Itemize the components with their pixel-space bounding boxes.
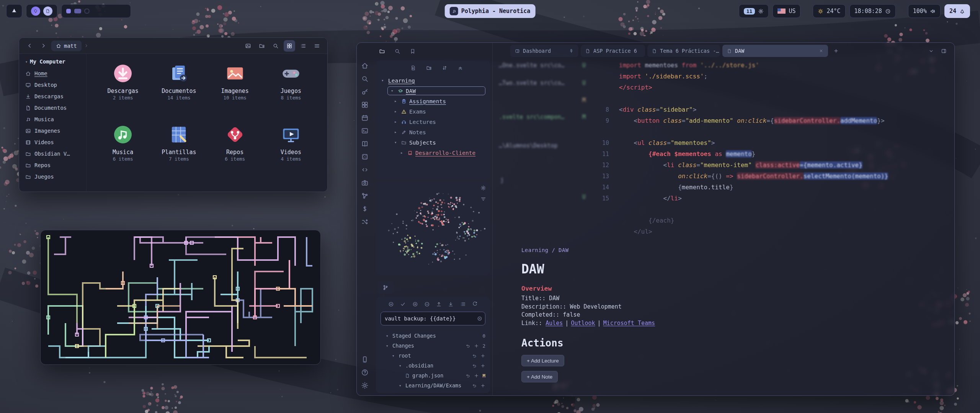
help-icon[interactable] [361,369,369,376]
tree-item-lectures[interactable]: ▸ Lectures [376,117,490,127]
folder-videos[interactable]: Videos 4 items [263,121,319,182]
camera-icon[interactable] [361,179,369,187]
editor-content[interactable]: …One.svelte src\co… U …Two.svelte src\co… [493,59,954,395]
sidebar-item-imagenes[interactable]: Imagenes [25,125,83,137]
close-icon[interactable] [819,49,823,53]
collapse-all-icon[interactable] [457,65,463,71]
git-row-staged-changes[interactable]: ▾ Staged Changes 0 [381,331,485,341]
link-aules[interactable]: Aules [546,320,563,327]
dollar-icon[interactable] [361,205,369,213]
grid-view-button[interactable] [284,40,295,52]
volume-module[interactable]: 100% [908,4,941,18]
launcher-button[interactable] [6,4,22,18]
notifications-module[interactable]: 24 [944,4,970,18]
tab-daw[interactable]: DAW [722,45,828,57]
sidebar-item-musica[interactable]: Musica [25,114,83,125]
git-row-changes[interactable]: ▾ Changes 2 [381,341,485,351]
git-panel-tab[interactable] [377,281,394,294]
stage-icon[interactable] [480,353,485,358]
tab-tema-6-practicas[interactable]: Tema 6 Prácticas -… [647,45,720,57]
note-breadcrumb[interactable]: Learning / DAW [521,247,897,253]
stage-all-icon[interactable] [412,301,418,307]
workspace-occupied[interactable] [74,9,81,13]
sidebar-section-title[interactable]: ▾My Computer [25,59,83,65]
new-folder-button[interactable] [256,40,268,52]
tree-item-daw[interactable]: ▾ DAW [376,86,490,96]
discard-icon[interactable] [466,373,470,378]
nav-back-button[interactable] [24,40,35,52]
workspace-active[interactable] [66,9,71,13]
stage-icon[interactable] [474,373,479,378]
unstage-all-icon[interactable] [424,301,430,307]
link-microsoft-teams[interactable]: Microsoft Teams [603,320,655,327]
dice-icon[interactable] [361,153,369,161]
settings-gear-icon[interactable] [361,382,369,389]
tree-item-exams[interactable]: ▸ Exams [376,106,490,117]
discard-icon[interactable] [472,383,477,388]
folder-descargas[interactable]: Descargas 2 items [95,60,151,121]
menu-button[interactable] [311,40,323,52]
graph-view[interactable] [376,181,490,275]
search-button[interactable] [270,40,281,52]
network-icon[interactable] [361,192,369,200]
tree-item-learning[interactable]: ▾ Learning [376,75,490,86]
folder-juegos[interactable]: Juegos 8 items [263,60,319,121]
push-icon[interactable] [436,301,442,307]
commit-message-input[interactable] [385,315,474,322]
filter-icon[interactable] [480,196,486,202]
book-icon[interactable] [361,140,369,148]
sidebar-item-obsidian-vault[interactable]: Obsidian V… [25,148,83,159]
terminal-icon[interactable] [361,127,369,135]
folder-imagenes[interactable]: Imagenes 10 items [207,60,263,121]
tree-item-assignments[interactable]: ▸ Assignments [376,96,490,106]
stage-icon[interactable] [480,363,485,368]
workspace-indicator[interactable] [61,4,131,18]
folder-musica[interactable]: Musica 6 items [95,121,151,182]
new-folder-icon[interactable] [426,65,432,71]
git-row-root[interactable]: ▾ root [381,351,485,361]
code-block[interactable]: import mementoes from '../../store.js'im… [585,60,888,237]
git-row-graph-json[interactable]: graph.json M [381,371,485,380]
commit-check-icon[interactable] [400,301,406,307]
gear-icon[interactable] [480,185,486,191]
discard-icon[interactable] [466,343,470,348]
bookmark-icon[interactable] [410,48,416,54]
sidebar-item-videos[interactable]: Videos [25,137,83,148]
changes-list-icon[interactable] [460,301,466,307]
search-icon[interactable] [394,48,400,54]
image-viewer-button[interactable] [242,40,254,52]
sidebar-item-juegos[interactable]: Juegos [25,171,83,182]
discard-icon[interactable] [472,363,477,368]
sidebar-item-desktop[interactable]: Desktop [25,79,83,91]
refresh-icon[interactable] [472,301,478,307]
add-lecture-button[interactable]: + Add Lecture [521,355,564,366]
sidebar-item-descargas[interactable]: Descargas [25,91,83,102]
list-view-button[interactable] [297,40,309,52]
workspace-empty[interactable] [85,9,89,13]
add-note-button[interactable]: + Add Note [521,371,558,382]
backup-icon[interactable] [388,301,394,307]
sidebar-item-home[interactable]: Home [25,68,83,79]
nav-forward-button[interactable] [38,40,49,52]
key-icon[interactable] [361,88,369,96]
stage-icon[interactable] [474,343,479,348]
folder-repos[interactable]: Repos 6 items [207,121,263,182]
git-row-learning-daw-exams[interactable]: ▾ Learning/DAW/Exams [381,380,485,390]
new-note-icon[interactable] [410,65,416,71]
folder-icon[interactable] [379,48,385,54]
clear-icon[interactable] [477,316,482,321]
chevron-down-icon[interactable] [928,48,934,54]
git-row-obsidian-dir[interactable]: ▾ .obsidian [381,361,485,371]
music-widget[interactable]: Polyphia - Neurotica [445,4,536,18]
calendar-icon[interactable] [361,114,369,122]
discard-icon[interactable] [472,353,477,358]
shuffle-icon[interactable] [361,218,369,226]
link-outlook[interactable]: Outlook [571,320,595,327]
tree-item-notes[interactable]: ▸ Notes [376,127,490,137]
code-icon[interactable] [361,166,369,174]
updates-module[interactable]: 11 [739,4,769,18]
search-icon[interactable] [361,75,369,83]
split-layout-icon[interactable] [941,48,947,54]
keyboard-layout-module[interactable]: US [773,4,800,18]
sidebar-item-documentos[interactable]: Documentos [25,102,83,114]
